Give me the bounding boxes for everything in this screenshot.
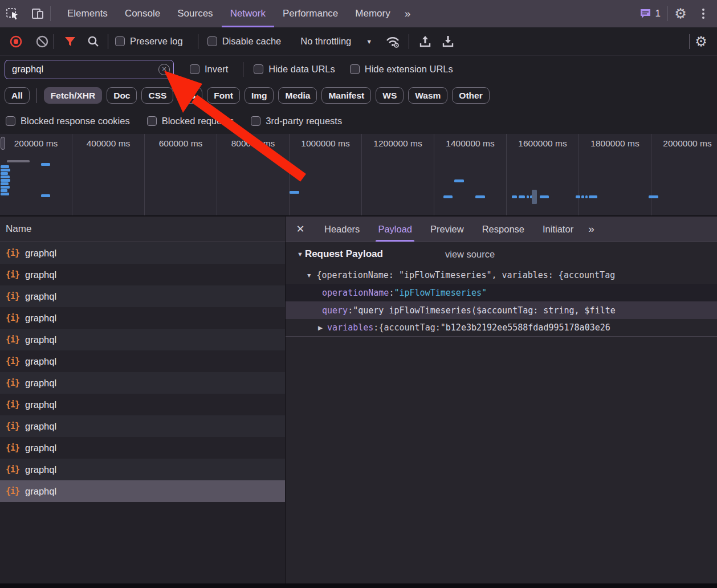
waterfall-bar[interactable]	[7, 160, 30, 162]
waterfall-bar[interactable]	[1, 179, 10, 182]
settings-gear-icon[interactable]: ⚙	[668, 6, 693, 22]
detail-tab-initiator[interactable]: Initiator	[533, 217, 582, 242]
close-details-icon[interactable]: ✕	[286, 217, 315, 242]
waterfall-bar[interactable]	[589, 195, 597, 198]
more-detail-tabs-chevron[interactable]: »	[582, 217, 599, 242]
filter-chip-manifest[interactable]: Manifest	[321, 87, 371, 104]
waterfall-bar[interactable]	[1, 189, 7, 192]
tab-console[interactable]: Console	[116, 0, 169, 27]
waterfall-bar[interactable]	[443, 195, 453, 198]
waterfall-bar[interactable]	[1, 172, 8, 175]
clear-network-log-icon[interactable]	[31, 31, 54, 52]
detail-tab-headers[interactable]: Headers	[315, 217, 369, 242]
tab-network[interactable]: Network	[222, 0, 274, 27]
filter-chip-other[interactable]: Other	[452, 87, 489, 104]
waterfall-bar[interactable]	[290, 191, 299, 194]
waterfall-bar[interactable]	[41, 163, 50, 166]
waterfall-bar[interactable]	[1, 169, 10, 172]
payload-row[interactable]: operationName: "ipFlowTimeseries"	[286, 284, 717, 301]
hide-extension-urls-checkbox[interactable]: Hide extension URLs	[350, 64, 453, 75]
waterfall-bar[interactable]	[527, 195, 529, 198]
inspect-element-icon[interactable]	[0, 0, 25, 27]
detail-tab-preview[interactable]: Preview	[421, 217, 473, 242]
tab-elements[interactable]: Elements	[59, 0, 116, 27]
request-row[interactable]: {i}graphql	[0, 437, 285, 459]
disclosure-triangle-icon[interactable]: ▼	[306, 272, 312, 279]
detail-tab-payload[interactable]: Payload	[369, 217, 421, 242]
export-har-icon[interactable]	[437, 31, 459, 52]
request-row[interactable]: {i}graphql	[0, 329, 285, 350]
checkbox[interactable]	[207, 36, 217, 46]
request-row[interactable]: {i}graphql	[0, 459, 285, 480]
waterfall-bar[interactable]	[585, 195, 588, 198]
waterfall-bar[interactable]	[1, 165, 9, 168]
waterfall-bar[interactable]	[649, 195, 658, 198]
tab-performance[interactable]: Performance	[274, 0, 347, 27]
tab-sources[interactable]: Sources	[169, 0, 221, 27]
checkbox[interactable]	[115, 36, 125, 46]
preserve-log-checkbox[interactable]: Preserve log	[115, 36, 183, 47]
waterfall-bar[interactable]	[512, 195, 517, 198]
name-column-header[interactable]: Name	[0, 217, 285, 242]
request-row[interactable]: {i}graphql	[0, 264, 285, 285]
waterfall-bar[interactable]	[1, 186, 10, 189]
more-panels-chevron[interactable]: »	[399, 0, 415, 27]
request-row[interactable]: {i}graphql	[0, 242, 285, 264]
filter-funnel-icon[interactable]	[59, 31, 82, 52]
waterfall-bar[interactable]	[519, 195, 525, 198]
waterfall-bar[interactable]	[581, 195, 584, 198]
waterfall-bar[interactable]	[532, 190, 537, 204]
filter-chip-font[interactable]: Font	[207, 87, 240, 104]
request-row[interactable]: {i}graphql	[0, 350, 285, 372]
blocked-requests-checkbox[interactable]: Blocked requests	[147, 116, 234, 126]
filter-chip-all[interactable]: All	[5, 87, 30, 104]
disable-cache-checkbox[interactable]: Disable cache	[207, 36, 282, 47]
request-row[interactable]: {i}graphql	[0, 415, 285, 437]
disclosure-triangle-icon[interactable]: ▶	[318, 324, 323, 331]
waterfall-bar[interactable]	[1, 175, 10, 178]
record-network-log-button[interactable]	[5, 31, 27, 52]
disclosure-triangle-icon[interactable]: ▼	[297, 251, 303, 258]
network-conditions-icon[interactable]	[381, 31, 404, 52]
issues-counter[interactable]: 1	[633, 8, 667, 19]
tab-memory[interactable]: Memory	[347, 0, 398, 27]
kebab-menu-icon[interactable]	[693, 9, 714, 19]
search-icon[interactable]	[82, 31, 104, 52]
network-filter-input[interactable]	[5, 60, 174, 79]
hide-data-urls-checkbox[interactable]: Hide data URLs	[254, 64, 335, 75]
invert-checkbox[interactable]: Invert	[190, 64, 228, 75]
device-toolbar-icon[interactable]	[25, 0, 50, 27]
filter-chip-wasm[interactable]: Wasm	[408, 87, 447, 104]
filter-chip-ws[interactable]: WS	[376, 87, 404, 104]
throttling-dropdown[interactable]: No throttling ▼	[300, 36, 372, 47]
detail-tab-response[interactable]: Response	[473, 217, 533, 242]
waterfall-bar[interactable]	[475, 195, 485, 198]
third-party-requests-checkbox[interactable]: 3rd-party requests	[251, 116, 342, 126]
request-row[interactable]: {i}graphql	[0, 372, 285, 394]
request-row[interactable]: {i}graphql	[0, 480, 285, 502]
filter-chip-js[interactable]: JS	[178, 87, 202, 104]
waterfall-bar[interactable]	[1, 193, 9, 195]
waterfall-bar[interactable]	[454, 179, 464, 182]
filter-chip-media[interactable]: Media	[278, 87, 317, 104]
payload-row[interactable]: ▶variables: {accountTag: "b12e3b2192ee55…	[286, 319, 717, 337]
filter-chip-img[interactable]: Img	[245, 87, 274, 104]
waterfall-bar[interactable]	[540, 195, 549, 198]
filter-chip-doc[interactable]: Doc	[107, 87, 137, 104]
waterfall-bar[interactable]	[41, 194, 50, 197]
request-row[interactable]: {i}graphql	[0, 307, 285, 329]
waterfall-bar[interactable]	[576, 195, 580, 198]
import-har-icon[interactable]	[414, 31, 437, 52]
view-source-link[interactable]: view source	[445, 249, 495, 260]
filter-chip-fetchxhr[interactable]: Fetch/XHR	[44, 87, 102, 104]
payload-row[interactable]: ▼{operationName: "ipFlowTimeseries", var…	[286, 266, 717, 284]
filter-chip-css[interactable]: CSS	[141, 87, 173, 104]
payload-row[interactable]: query: "query ipFlowTimeseries($accountT…	[286, 301, 717, 319]
request-row[interactable]: {i}graphql	[0, 394, 285, 415]
clear-filter-icon[interactable]: ✕	[158, 64, 170, 75]
waterfall-bar[interactable]	[1, 182, 9, 185]
blocked-response-cookies-checkbox[interactable]: Blocked response cookies	[6, 116, 130, 126]
network-settings-gear-icon[interactable]: ⚙	[690, 31, 712, 52]
network-overview-timeline[interactable]: 200000 ms400000 ms600000 ms800000 ms1000…	[0, 134, 717, 217]
request-row[interactable]: {i}graphql	[0, 285, 285, 307]
